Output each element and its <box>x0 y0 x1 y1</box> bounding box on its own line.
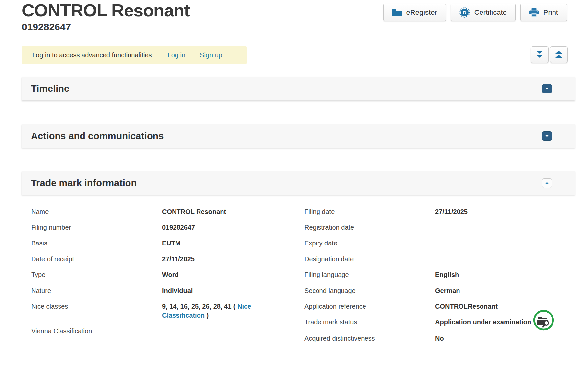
field-value: 9, 14, 16, 25, 26, 28, 41 ( Nice Classif… <box>162 302 275 320</box>
title-block: CONTROL Resonant 019282647 <box>22 0 190 33</box>
field-label: Vienna Classification <box>31 327 162 336</box>
double-chevron-down-icon <box>535 50 544 59</box>
login-banner: Log in to access advanced functionalitie… <box>22 46 247 64</box>
field-value: Application under examination <box>435 318 531 327</box>
eregister-button-label: eRegister <box>406 8 437 17</box>
field-row: Filing date 27/11/2025 <box>304 207 575 216</box>
chevron-down-icon <box>545 86 549 91</box>
collapse-all-button[interactable] <box>550 46 568 63</box>
field-row: Registration date <box>304 223 575 232</box>
timeline-section: Timeline <box>22 77 575 100</box>
field-row: Basis EUTM <box>31 239 304 248</box>
folder-search-icon[interactable] <box>533 310 554 331</box>
field-label: Application reference <box>304 302 435 311</box>
field-value: 27/11/2025 <box>162 255 195 264</box>
registered-badge-icon: R <box>459 7 470 18</box>
field-row: Filing number 019282647 <box>31 223 304 232</box>
field-row: Nice classes 9, 14, 16, 25, 26, 28, 41 (… <box>31 302 304 320</box>
field-label: Type <box>31 270 162 279</box>
actions-section-title: Actions and communications <box>31 131 164 141</box>
trademark-fields-left-column: Name CONTROL Resonant Filing number 0192… <box>31 207 304 383</box>
field-label: Second language <box>304 286 435 295</box>
timeline-section-header: Timeline <box>22 77 575 100</box>
field-row: Expiry date <box>304 239 575 248</box>
trademark-detail-page: CONTROL Resonant 019282647 eRegister R C… <box>0 0 588 383</box>
actions-section-header: Actions and communications <box>22 124 575 148</box>
trademark-section-body: Name CONTROL Resonant Filing number 0192… <box>22 195 575 383</box>
trademark-section-header: Trade mark information <box>22 171 575 195</box>
field-value: CONTROLResonant <box>435 302 498 311</box>
top-action-buttons: eRegister R Certificate <box>383 4 567 21</box>
print-button-label: Print <box>543 8 558 17</box>
field-label: Designation date <box>304 255 435 264</box>
printer-icon <box>529 8 539 17</box>
trademark-toggle-button[interactable] <box>542 178 552 188</box>
folder-icon <box>392 9 402 16</box>
actions-toggle-button[interactable] <box>542 131 552 141</box>
banner-row: Log in to access advanced functionalitie… <box>22 46 568 64</box>
field-label: Basis <box>31 239 162 248</box>
field-value: Word <box>162 270 179 279</box>
login-banner-message: Log in to access advanced functionalitie… <box>32 51 152 59</box>
print-button[interactable]: Print <box>520 4 567 21</box>
certificate-button[interactable]: R Certificate <box>451 4 516 21</box>
field-row: Vienna Classification <box>31 327 304 336</box>
signup-link[interactable]: Sign up <box>200 51 222 59</box>
nice-classification-link[interactable]: Nice Classification <box>162 303 251 319</box>
field-label: Filing language <box>304 270 435 279</box>
field-row: Name CONTROL Resonant <box>31 207 304 216</box>
chevron-down-icon <box>545 134 549 139</box>
filing-number-subtitle: 019282647 <box>22 21 190 33</box>
expand-collapse-group <box>531 46 568 63</box>
field-label: Expiry date <box>304 239 435 248</box>
field-value: Individual <box>162 286 193 295</box>
svg-text:R: R <box>463 10 466 15</box>
certificate-button-label: Certificate <box>474 8 507 17</box>
double-chevron-up-icon <box>554 50 563 59</box>
field-value: English <box>435 270 459 279</box>
field-row: Second language German <box>304 286 575 295</box>
field-value: 27/11/2025 <box>435 207 468 216</box>
field-value: EUTM <box>162 239 181 248</box>
field-value: German <box>435 286 460 295</box>
field-row: Designation date <box>304 255 575 264</box>
field-label: Date of receipt <box>31 255 162 264</box>
field-row: Nature Individual <box>31 286 304 295</box>
login-link[interactable]: Log in <box>168 51 186 59</box>
field-row: Filing language English <box>304 270 575 279</box>
timeline-toggle-button[interactable] <box>542 84 552 93</box>
field-label: Acquired distinctiveness <box>304 334 435 343</box>
field-value: CONTROL Resonant <box>162 207 226 216</box>
timeline-section-title: Timeline <box>31 83 69 94</box>
expand-all-button[interactable] <box>531 46 549 63</box>
field-value: 019282647 <box>162 223 195 232</box>
chevron-up-icon <box>545 181 549 186</box>
page-title: CONTROL Resonant <box>22 0 190 20</box>
trademark-section-title: Trade mark information <box>31 178 137 189</box>
eregister-button[interactable]: eRegister <box>383 4 446 21</box>
field-row: Date of receipt 27/11/2025 <box>31 255 304 264</box>
trademark-information-section: Trade mark information Name CONTROL Reso… <box>22 171 575 383</box>
field-label: Name <box>31 207 162 216</box>
field-row: Type Word <box>31 270 304 279</box>
field-value: No <box>435 334 444 343</box>
field-row: Acquired distinctiveness No <box>304 334 575 343</box>
field-label: Nature <box>31 286 162 295</box>
field-label: Nice classes <box>31 302 162 320</box>
field-label: Filing date <box>304 207 435 216</box>
field-label: Trade mark status <box>304 318 435 327</box>
field-label: Registration date <box>304 223 435 232</box>
field-label: Filing number <box>31 223 162 232</box>
trademark-fields-right-column: Filing date 27/11/2025 Registration date… <box>304 207 575 383</box>
actions-communications-section: Actions and communications <box>22 124 575 148</box>
